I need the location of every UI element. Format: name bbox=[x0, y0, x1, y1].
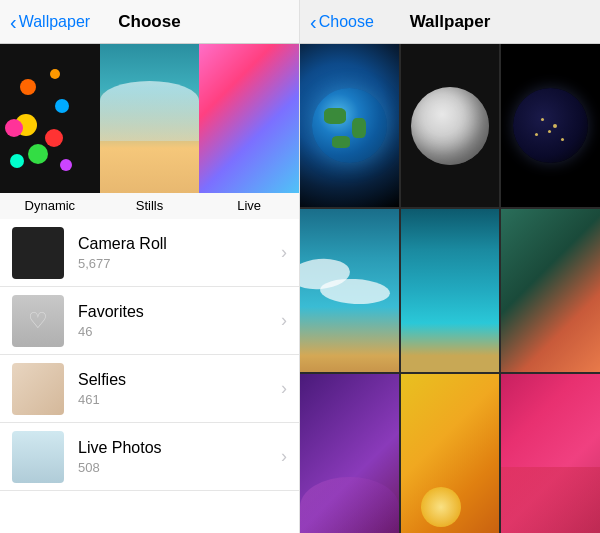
live-photos-thumb-bg bbox=[12, 431, 64, 483]
wave-overlay bbox=[100, 81, 200, 141]
dot-purple bbox=[60, 159, 72, 171]
wallpaper-pink-floral[interactable] bbox=[501, 374, 600, 533]
selfies-title: Selfies bbox=[78, 371, 273, 389]
camera-roll-title: Camera Roll bbox=[78, 235, 273, 253]
dynamic-label: Dynamic bbox=[25, 193, 76, 219]
photo-library-list: Camera Roll 5,677 › ♡ Favorites 46 › bbox=[0, 219, 299, 533]
live-thumb-bg bbox=[199, 44, 299, 193]
right-nav-bar: ‹ Choose Wallpaper bbox=[300, 0, 600, 44]
pink-floral-overlay bbox=[501, 467, 600, 533]
camera-roll-chevron-icon: › bbox=[281, 242, 287, 263]
night-earth-sphere bbox=[513, 88, 588, 163]
left-chevron-icon: ‹ bbox=[10, 12, 17, 32]
selfies-thumb-bg bbox=[12, 363, 64, 415]
camera-thumb-bg bbox=[12, 227, 64, 279]
dot-red bbox=[45, 129, 63, 147]
earth-sphere bbox=[312, 88, 387, 163]
live-photos-count: 508 bbox=[78, 460, 273, 475]
selfies-chevron-icon: › bbox=[281, 378, 287, 399]
category-live[interactable]: Live bbox=[199, 44, 299, 219]
right-nav-title: Wallpaper bbox=[410, 12, 491, 32]
right-back-label: Choose bbox=[319, 13, 374, 31]
left-back-button[interactable]: ‹ Wallpaper bbox=[10, 12, 90, 32]
live-photos-chevron-icon: › bbox=[281, 446, 287, 467]
dot-amber bbox=[50, 69, 60, 79]
earth-land-3 bbox=[332, 136, 350, 148]
purple-petal-hint bbox=[300, 477, 399, 533]
dot-blue bbox=[55, 99, 69, 113]
wallpaper-teal-ocean[interactable] bbox=[401, 209, 500, 372]
favorites-thumbnail: ♡ bbox=[12, 295, 64, 347]
camera-roll-count: 5,677 bbox=[78, 256, 273, 271]
selfies-thumbnail bbox=[12, 363, 64, 415]
earth-land-1 bbox=[324, 108, 346, 124]
favorites-chevron-icon: › bbox=[281, 310, 287, 331]
city-light-3 bbox=[535, 133, 538, 136]
dynamic-thumbnail bbox=[0, 44, 100, 193]
wallpaper-night-earth[interactable] bbox=[501, 44, 600, 207]
stills-thumb-bg bbox=[100, 44, 200, 193]
category-dynamic[interactable]: Dynamic bbox=[0, 44, 100, 219]
camera-roll-info: Camera Roll 5,677 bbox=[78, 235, 273, 271]
wallpaper-wave-beach[interactable] bbox=[300, 209, 399, 372]
heart-icon: ♡ bbox=[28, 308, 48, 334]
list-item-live-photos[interactable]: Live Photos 508 › bbox=[0, 423, 299, 491]
wallpaper-purple-gradient[interactable] bbox=[300, 374, 399, 533]
dynamic-thumb-bg bbox=[0, 44, 100, 193]
selfies-count: 461 bbox=[78, 392, 273, 407]
wallpaper-abstract-floral[interactable] bbox=[501, 209, 600, 372]
left-back-label: Wallpaper bbox=[19, 13, 90, 31]
live-photos-thumbnail bbox=[12, 431, 64, 483]
camera-roll-thumbnail bbox=[12, 227, 64, 279]
city-light-5 bbox=[548, 130, 551, 133]
live-photos-info: Live Photos 508 bbox=[78, 439, 273, 475]
earth-land-2 bbox=[352, 118, 366, 138]
list-item-camera-roll[interactable]: Camera Roll 5,677 › bbox=[0, 219, 299, 287]
city-light-1 bbox=[541, 118, 544, 121]
wave-foam-2 bbox=[319, 277, 390, 306]
category-row: Dynamic Stills Live bbox=[0, 44, 299, 219]
favorites-count: 46 bbox=[78, 324, 273, 339]
city-light-2 bbox=[553, 124, 557, 128]
favorites-info: Favorites 46 bbox=[78, 303, 273, 339]
left-nav-title: Choose bbox=[118, 12, 180, 32]
dot-green bbox=[28, 144, 48, 164]
dot-orange bbox=[20, 79, 36, 95]
dot-cyan bbox=[10, 154, 24, 168]
live-label: Live bbox=[237, 193, 261, 219]
favorites-thumb-bg: ♡ bbox=[12, 295, 64, 347]
list-item-favorites[interactable]: ♡ Favorites 46 › bbox=[0, 287, 299, 355]
favorites-title: Favorites bbox=[78, 303, 273, 321]
right-panel: ‹ Choose Wallpaper bbox=[300, 0, 600, 533]
wallpaper-yellow-flowers[interactable] bbox=[401, 374, 500, 533]
wallpaper-grid bbox=[300, 44, 600, 533]
list-item-selfies[interactable]: Selfies 461 › bbox=[0, 355, 299, 423]
city-light-4 bbox=[561, 138, 564, 141]
stills-label: Stills bbox=[136, 193, 163, 219]
stills-thumbnail bbox=[100, 44, 200, 193]
right-chevron-icon: ‹ bbox=[310, 12, 317, 32]
selfies-info: Selfies 461 bbox=[78, 371, 273, 407]
left-panel: ‹ Wallpaper Choose bbox=[0, 0, 300, 533]
wallpaper-moon[interactable] bbox=[401, 44, 500, 207]
live-thumbnail bbox=[199, 44, 299, 193]
live-photos-title: Live Photos bbox=[78, 439, 273, 457]
yellow-flower-center bbox=[421, 487, 461, 527]
moon-sphere bbox=[411, 87, 489, 165]
category-stills[interactable]: Stills bbox=[100, 44, 200, 219]
dot-pink bbox=[5, 119, 23, 137]
wallpaper-earth[interactable] bbox=[300, 44, 399, 207]
right-back-button[interactable]: ‹ Choose bbox=[310, 12, 374, 32]
left-nav-bar: ‹ Wallpaper Choose bbox=[0, 0, 299, 44]
